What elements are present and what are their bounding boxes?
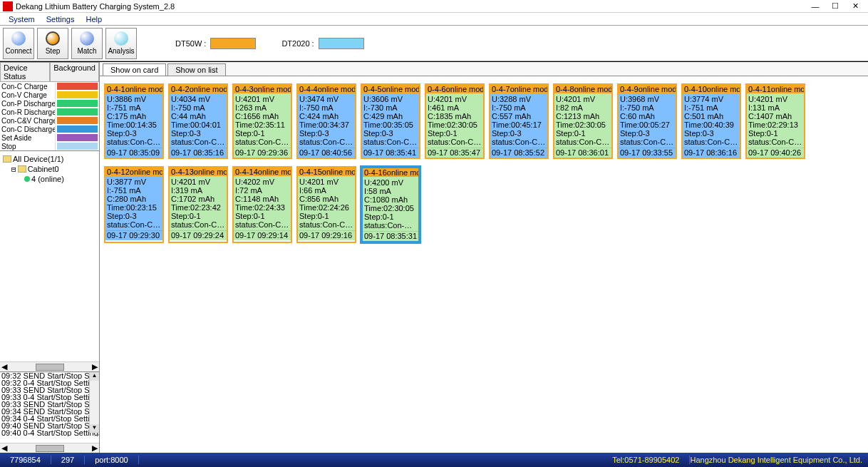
card-header: 0-4-16online mode	[363, 168, 418, 177]
window-title: Dekang Lithium Battery Charging System_2…	[16, 2, 805, 11]
device-card[interactable]: 0-4-12online modeU:3877 mVI:-751 mAC:280…	[104, 166, 164, 243]
tab-show-card[interactable]: Show on card	[103, 63, 166, 76]
card-voltage: U:4200 mV	[364, 178, 417, 187]
connect-icon	[11, 31, 26, 46]
menu-system[interactable]: System	[3, 14, 41, 25]
card-voltage: U:3877 mV	[107, 178, 161, 186]
device-card[interactable]: 0-4-1online modeU:3886 mVI:-751 mAC:175 …	[104, 83, 164, 159]
device-card[interactable]: 0-4-4online modeU:3474 mVI:-750 mAC:424 …	[296, 83, 356, 159]
status-num: 297	[51, 456, 85, 464]
card-current: I:-750 mA	[171, 103, 225, 112]
folder-icon	[3, 155, 11, 163]
card-status: status:Con-C Disch...	[171, 138, 225, 146]
card-current: I:-751 mA	[107, 103, 161, 112]
tabs: Show on card Show on list	[100, 62, 868, 76]
minimize-button[interactable]: —	[805, 1, 825, 12]
status-row: Con-P Discharge	[0, 99, 99, 108]
device-card[interactable]: 0-4-3online modeU:4201 mVI:263 mAC:1656 …	[232, 83, 292, 159]
status-code: 7796854	[0, 456, 51, 464]
card-timestamp: 09-17 09:29:16	[298, 230, 355, 240]
card-area: 0-4-1online modeU:3886 mVI:-751 mAC:175 …	[100, 76, 868, 453]
card-header: 0-4-8online mode	[554, 85, 611, 93]
card-step: Step:0-3	[171, 129, 225, 138]
folder-icon	[18, 165, 26, 173]
card-current: I:-751 mA	[107, 186, 161, 195]
left-panel: Device Status Background Con-C ChargeCon…	[0, 62, 100, 453]
device-card[interactable]: 0-4-6online modeU:4201 mVI:461 mAC:1835 …	[425, 83, 485, 159]
card-voltage: U:3886 mV	[107, 95, 161, 103]
card-header: 0-4-14online mode	[234, 168, 291, 176]
device-card[interactable]: 0-4-13online modeU:4201 mVI:319 mAC:1702…	[168, 166, 228, 243]
log-scrollbar-v[interactable]: ▲▼	[89, 372, 99, 433]
tree-root[interactable]: All Device(1/1)	[1, 154, 98, 164]
card-step: Step:0-3	[299, 129, 353, 138]
legend-dt2020-swatch	[319, 38, 364, 49]
card-step: Step:0-3	[363, 129, 418, 138]
device-card[interactable]: 0-4-7online modeU:3288 mVI:-750 mAC:557 …	[489, 83, 549, 159]
status-port: port:8000	[85, 456, 138, 464]
card-timestamp: 09-17 09:29:36	[234, 148, 291, 158]
device-card[interactable]: 0-4-11online modeU:4201 mVI:131 mAC:1407…	[745, 83, 805, 159]
menu-settings[interactable]: Settings	[41, 14, 81, 25]
connect-button[interactable]: Connect	[3, 28, 34, 59]
match-icon	[80, 31, 94, 46]
device-card[interactable]: 0-4-9online modeU:3968 mVI:-750 mAC:60 m…	[617, 83, 677, 159]
device-card[interactable]: 0-4-16online modeU:4200 mVI:58 mAC:1080 …	[361, 166, 420, 243]
card-step: Step:0-3	[107, 212, 161, 220]
card-step: Step:0-1	[235, 212, 289, 220]
card-current: I:-750 mA	[299, 103, 353, 112]
card-header: 0-4-11online mode	[747, 85, 804, 93]
card-timestamp: 09-17 09:33:55	[619, 148, 676, 158]
card-voltage: U:3474 mV	[299, 95, 353, 103]
card-status: status:Con-C&V C...	[235, 220, 289, 229]
device-card[interactable]: 0-4-14online modeU:4202 mVI:72 mAC:1148 …	[232, 166, 292, 243]
analysis-button[interactable]: Analysis	[105, 28, 137, 59]
card-status: status:Con-C Disch...	[492, 138, 546, 146]
tab-show-list[interactable]: Show on list	[167, 63, 225, 76]
card-step: Step:0-1	[556, 129, 610, 138]
right-panel: Show on card Show on list 0-4-1online mo…	[100, 62, 868, 453]
card-time: Time:00:40:39	[684, 120, 738, 129]
card-timestamp: 09-17 08:36:16	[683, 148, 740, 158]
tree-node[interactable]: 4 (online)	[1, 174, 98, 184]
device-card[interactable]: 0-4-2online modeU:4034 mVI:-750 mAC:44 m…	[168, 83, 228, 159]
card-capacity: C:424 mAh	[299, 112, 353, 120]
legend-dt2020-label: DT2020 :	[281, 39, 314, 48]
card-current: I:319 mA	[171, 186, 225, 195]
card-timestamp: 09-17 08:35:47	[426, 148, 483, 158]
online-dot-icon	[24, 176, 30, 182]
match-button[interactable]: Match	[71, 28, 103, 59]
card-status: status:Con-C Disch...	[684, 138, 738, 146]
card-timestamp: 09-17 08:35:16	[170, 148, 227, 158]
maximize-button[interactable]: ☐	[825, 1, 845, 12]
tree-scrollbar[interactable]: ◀▶	[0, 361, 99, 371]
device-tree[interactable]: All Device(1/1) ⊟ Cabinet0 4 (online)	[0, 151, 99, 361]
card-capacity: C:1656 mAh	[235, 112, 289, 120]
device-card[interactable]: 0-4-15online modeU:4201 mVI:66 mAC:856 m…	[296, 166, 356, 243]
card-header: 0-4-13online mode	[170, 168, 227, 176]
card-status: status:Con-C Disch...	[107, 138, 161, 146]
status-tel: Tel:0571-89905402	[602, 456, 690, 464]
step-button[interactable]: Step	[37, 28, 68, 59]
card-time: Time:00:34:37	[299, 120, 353, 129]
device-card[interactable]: 0-4-5online modeU:3606 mVI:-730 mAC:429 …	[361, 83, 420, 159]
card-header: 0-4-1online mode	[105, 85, 162, 93]
menubar: System Settings Help	[0, 13, 868, 26]
card-timestamp: 09-17 08:35:52	[490, 148, 547, 158]
tree-cabinet[interactable]: ⊟ Cabinet0	[1, 164, 98, 174]
step-icon	[46, 31, 60, 46]
device-card[interactable]: 0-4-10online modeU:3774 mVI:-751 mAC:501…	[681, 83, 741, 159]
device-card[interactable]: 0-4-8online modeU:4201 mVI:82 mAC:1213 m…	[553, 83, 613, 159]
legend-dt50w-swatch	[210, 38, 256, 49]
log-scrollbar-h[interactable]: ◀▶	[0, 443, 99, 453]
card-header: 0-4-5online mode	[362, 85, 419, 93]
menu-help[interactable]: Help	[80, 14, 108, 25]
card-time: Time:00:14:35	[107, 120, 161, 129]
card-time: Time:00:23:15	[107, 203, 161, 212]
card-capacity: C:501 mAh	[684, 112, 738, 120]
card-status: status:Con-C&V C...	[428, 138, 482, 146]
card-status: status:Con-C Disch...	[107, 220, 161, 229]
card-voltage: U:4201 mV	[171, 178, 225, 186]
card-capacity: C:1213 mAh	[556, 112, 610, 120]
close-button[interactable]: ✕	[845, 1, 865, 12]
